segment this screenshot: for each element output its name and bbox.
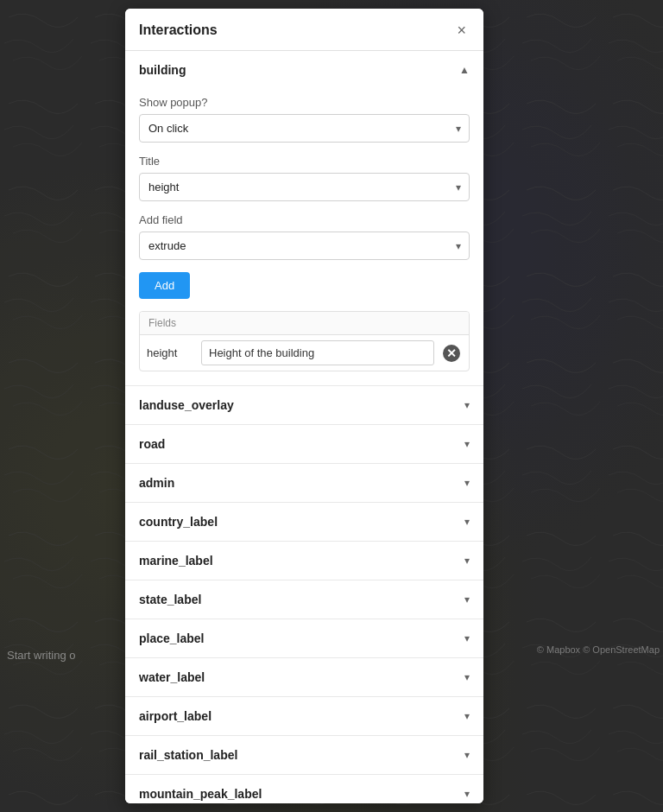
section-rail-station-label: rail_station_label ▾ xyxy=(125,736,483,775)
section-building-chevron-up: ▲ xyxy=(459,64,470,76)
section-mountain-peak-label-title: mountain_peak_label xyxy=(139,787,262,801)
show-popup-group: Show popup? On click On hover Never xyxy=(139,96,470,143)
section-place-label-chevron: ▾ xyxy=(464,632,470,644)
section-airport-label-chevron: ▾ xyxy=(464,710,470,722)
section-country-label-header[interactable]: country_label ▾ xyxy=(125,503,483,541)
section-airport-label-header[interactable]: airport_label ▾ xyxy=(125,697,483,735)
section-water-label-header[interactable]: water_label ▾ xyxy=(125,658,483,696)
section-country-label-title: country_label xyxy=(139,515,218,529)
section-marine-label-header[interactable]: marine_label ▾ xyxy=(125,542,483,580)
section-admin-chevron: ▾ xyxy=(464,477,470,489)
section-place-label: place_label ▾ xyxy=(125,619,483,658)
add-field-button[interactable]: Add xyxy=(139,272,190,299)
section-water-label-title: water_label xyxy=(139,670,205,684)
title-select-wrapper: height name type xyxy=(139,173,470,201)
section-road-title: road xyxy=(139,437,165,451)
section-admin-title: admin xyxy=(139,476,174,490)
fields-section: Fields height ✕ xyxy=(139,311,470,371)
field-key-height: height xyxy=(147,346,194,359)
section-country-label: country_label ▾ xyxy=(125,503,483,542)
section-landuse-overlay-chevron: ▾ xyxy=(464,399,470,411)
section-rail-station-label-chevron: ▾ xyxy=(464,749,470,761)
section-building-title: building xyxy=(139,63,186,77)
section-rail-station-label-title: rail_station_label xyxy=(139,748,237,762)
section-mountain-peak-label: mountain_peak_label ▾ xyxy=(125,775,483,803)
section-rail-station-label-header[interactable]: rail_station_label ▾ xyxy=(125,736,483,774)
add-field-select[interactable]: extrude height name xyxy=(139,232,470,260)
section-state-label-header[interactable]: state_label ▾ xyxy=(125,580,483,619)
section-airport-label-title: airport_label xyxy=(139,709,212,723)
interactions-modal: Interactions × building ▲ Show popup? On… xyxy=(125,9,483,803)
remove-icon: ✕ xyxy=(443,345,460,362)
field-value-height-input[interactable] xyxy=(201,340,434,365)
modal-title: Interactions xyxy=(139,22,218,38)
field-row-height: height ✕ xyxy=(140,335,469,371)
section-mountain-peak-label-chevron: ▾ xyxy=(464,788,470,800)
section-state-label-title: state_label xyxy=(139,593,201,606)
section-country-label-chevron: ▾ xyxy=(464,516,470,528)
field-remove-height-button[interactable]: ✕ xyxy=(441,343,462,364)
section-place-label-header[interactable]: place_label ▾ xyxy=(125,619,483,657)
title-select[interactable]: height name type xyxy=(139,173,470,201)
section-admin: admin ▾ xyxy=(125,464,483,503)
section-place-label-title: place_label xyxy=(139,631,205,645)
section-admin-header[interactable]: admin ▾ xyxy=(125,464,483,502)
modal-close-button[interactable]: × xyxy=(453,21,470,40)
section-landuse-overlay-header[interactable]: landuse_overlay ▾ xyxy=(125,386,483,424)
section-state-label-chevron: ▾ xyxy=(464,593,470,606)
section-water-label-chevron: ▾ xyxy=(464,671,470,683)
section-marine-label-chevron: ▾ xyxy=(464,555,470,567)
section-building-header[interactable]: building ▲ xyxy=(125,51,483,89)
title-label: Title xyxy=(139,155,470,168)
section-landuse-overlay: landuse_overlay ▾ xyxy=(125,386,483,425)
section-landuse-overlay-title: landuse_overlay xyxy=(139,398,234,412)
section-water-label: water_label ▾ xyxy=(125,658,483,697)
section-marine-label: marine_label ▾ xyxy=(125,542,483,580)
modal-body[interactable]: building ▲ Show popup? On click On hover… xyxy=(125,51,483,803)
show-popup-select-wrapper: On click On hover Never xyxy=(139,114,470,143)
title-group: Title height name type xyxy=(139,155,470,201)
add-field-group: Add field extrude height name xyxy=(139,213,470,260)
section-building-content: Show popup? On click On hover Never Titl… xyxy=(125,89,483,385)
section-road-chevron: ▾ xyxy=(464,438,470,450)
add-field-label: Add field xyxy=(139,213,470,226)
section-mountain-peak-label-header[interactable]: mountain_peak_label ▾ xyxy=(125,775,483,803)
section-building: building ▲ Show popup? On click On hover… xyxy=(125,51,483,386)
fields-label: Fields xyxy=(140,312,469,335)
section-marine-label-title: marine_label xyxy=(139,554,213,568)
show-popup-select[interactable]: On click On hover Never xyxy=(139,114,470,143)
show-popup-label: Show popup? xyxy=(139,96,470,109)
section-airport-label: airport_label ▾ xyxy=(125,697,483,736)
section-road-header[interactable]: road ▾ xyxy=(125,425,483,463)
section-road: road ▾ xyxy=(125,425,483,464)
section-state-label: state_label ▾ xyxy=(125,580,483,619)
modal-header: Interactions × xyxy=(125,9,483,51)
add-field-select-wrapper: extrude height name xyxy=(139,232,470,260)
